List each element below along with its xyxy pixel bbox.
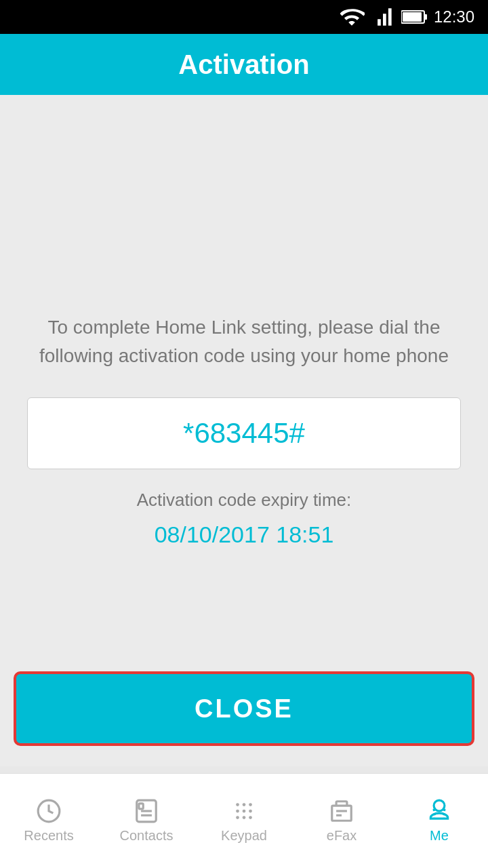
svg-point-9	[236, 803, 239, 806]
svg-point-11	[249, 803, 252, 806]
signal-icon	[370, 4, 396, 30]
nav-item-efax[interactable]: eFax	[293, 798, 390, 844]
nav-label-me: Me	[430, 828, 449, 844]
bottom-nav: Recents Contacts Keypad	[0, 773, 488, 868]
activation-code: *683445#	[183, 417, 305, 449]
efax-icon	[329, 798, 354, 824]
svg-point-15	[236, 816, 239, 819]
keypad-icon	[231, 798, 257, 824]
close-button-container: CLOSE	[14, 671, 474, 746]
svg-point-14	[249, 810, 252, 813]
contacts-icon	[134, 798, 159, 824]
wifi-icon	[339, 4, 365, 30]
nav-label-recents: Recents	[24, 828, 73, 844]
status-time: 12:30	[434, 7, 474, 26]
svg-rect-2	[403, 12, 422, 22]
expiry-label: Activation code expiry time:	[137, 490, 351, 511]
expiry-date: 08/10/2017 18:51	[155, 521, 334, 548]
page-title: Activation	[178, 50, 309, 80]
nav-item-me[interactable]: Me	[390, 798, 488, 844]
nav-item-keypad[interactable]: Keypad	[195, 798, 293, 844]
nav-item-recents[interactable]: Recents	[0, 798, 98, 844]
status-icons: 12:30	[339, 4, 474, 30]
svg-point-16	[243, 816, 246, 819]
close-button[interactable]: CLOSE	[14, 671, 474, 746]
svg-point-17	[249, 816, 252, 819]
activation-code-box: *683445#	[27, 397, 461, 469]
main-content: To complete Home Link setting, please di…	[0, 95, 488, 766]
nav-item-contacts[interactable]: Contacts	[98, 798, 195, 844]
svg-rect-18	[332, 806, 352, 821]
nav-label-keypad: Keypad	[221, 828, 267, 844]
top-bar: Activation	[0, 34, 488, 95]
nav-label-contacts: Contacts	[120, 828, 174, 844]
svg-rect-8	[139, 804, 143, 809]
battery-icon	[401, 9, 428, 25]
svg-point-12	[236, 810, 239, 813]
nav-label-efax: eFax	[327, 828, 357, 844]
recents-icon	[36, 798, 62, 824]
svg-point-10	[243, 803, 246, 806]
svg-point-13	[243, 810, 246, 813]
instruction-text: To complete Home Link setting, please di…	[27, 313, 461, 370]
me-icon	[426, 798, 452, 824]
status-bar: 12:30	[0, 0, 488, 34]
svg-rect-1	[424, 14, 427, 20]
